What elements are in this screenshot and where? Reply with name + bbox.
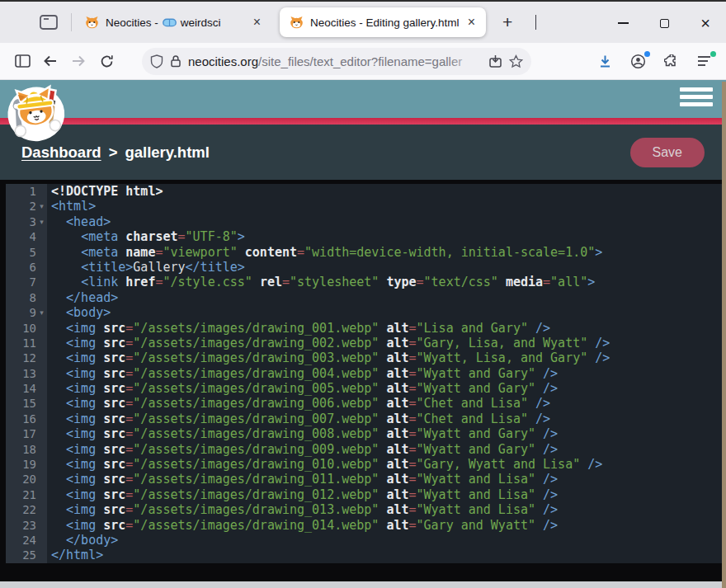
code-line[interactable]: <img src="/assets/images/drawing_010.web… <box>51 457 726 472</box>
code-line[interactable]: <html> <box>51 199 726 214</box>
gutter-row: 17 <box>6 426 47 441</box>
minimize-icon <box>618 22 629 24</box>
save-page-icon[interactable] <box>488 54 502 68</box>
code-line[interactable]: <img src="/assets/images/drawing_001.web… <box>51 321 726 336</box>
maximize-button[interactable] <box>644 2 685 45</box>
new-tab-button[interactable]: + <box>497 12 517 32</box>
vertical-scrollbar[interactable] <box>722 82 726 588</box>
line-number: 5 <box>6 245 36 260</box>
gutter-row: 11 <box>6 336 47 350</box>
shield-icon[interactable] <box>150 54 163 68</box>
tab-weirdsci[interactable]: Neocities - weirdsci × <box>75 7 271 37</box>
line-number: 25 <box>6 548 36 562</box>
code-line[interactable]: <head> <box>51 214 726 229</box>
code-line[interactable]: <img src="/assets/images/drawing_002.web… <box>51 336 726 350</box>
extensions-button[interactable] <box>657 49 685 73</box>
url-bar[interactable]: neocities.org /site_files/text_editor?fi… <box>142 48 531 75</box>
tab-title-text: Neocities - <box>106 16 158 29</box>
line-number: 13 <box>6 366 36 381</box>
tab-title: Neocities - weirdsci <box>106 16 244 29</box>
tab-title: Neocities - Editing gallery.html <box>310 16 459 29</box>
code-line[interactable]: <img src="/assets/images/drawing_014.web… <box>51 518 726 533</box>
site-menu-button[interactable] <box>680 87 713 106</box>
forward-arrow-icon <box>71 54 86 68</box>
code-line[interactable]: <img src="/assets/images/drawing_009.web… <box>51 442 726 457</box>
code-line[interactable]: <body> <box>51 305 726 320</box>
maximize-icon <box>660 19 669 28</box>
account-button[interactable] <box>624 49 652 73</box>
browser-toolbar: neocities.org /site_files/text_editor?fi… <box>0 43 726 80</box>
code-editor[interactable]: 12▾3▾456789▾1011121314151617181920212223… <box>0 180 726 581</box>
line-number: 18 <box>6 442 36 457</box>
code-line[interactable]: <img src="/assets/images/drawing_013.web… <box>51 502 726 517</box>
chevron-down-icon <box>535 15 536 30</box>
downloads-button[interactable] <box>591 49 619 73</box>
code-lines[interactable]: <!DOCTYPE html><html> <head> <meta chars… <box>47 184 726 563</box>
line-number: 14 <box>6 381 36 396</box>
gutter-row: 25 <box>6 548 47 562</box>
code-line[interactable]: <img src="/assets/images/drawing_007.web… <box>51 412 726 426</box>
reload-button[interactable] <box>92 49 120 73</box>
line-number: 12 <box>6 350 36 365</box>
fold-arrow-icon[interactable]: ▾ <box>36 199 47 214</box>
line-number: 24 <box>6 533 36 548</box>
minimize-button[interactable] <box>602 2 644 45</box>
code-line[interactable]: <meta name="viewport" content="width=dev… <box>51 245 726 260</box>
tab-close-icon[interactable]: × <box>251 16 263 29</box>
code-line[interactable]: <title>Gallery</title> <box>51 260 726 275</box>
lock-icon[interactable] <box>170 54 182 68</box>
gutter-row: 12 <box>6 350 47 365</box>
gutter-row: 14 <box>6 381 47 396</box>
sidebar-toggle-button[interactable] <box>8 49 36 73</box>
close-button[interactable]: × <box>685 2 726 45</box>
neocities-favicon <box>85 16 99 29</box>
line-number: 20 <box>6 472 36 487</box>
list-tabs-button[interactable] <box>530 10 541 35</box>
app-menu-button[interactable] <box>690 49 718 73</box>
line-number: 1 <box>6 184 36 199</box>
tab-close-icon[interactable]: × <box>465 16 478 29</box>
reload-icon <box>100 54 114 68</box>
gutter-row: 1 <box>6 184 47 199</box>
gutter-row: 8 <box>6 290 47 305</box>
gutter-row: 22 <box>6 502 47 517</box>
firefox-view-button[interactable] <box>35 8 63 36</box>
horizontal-scrollbar[interactable] <box>0 581 726 588</box>
tab-editing-gallery[interactable]: Neocities - Editing gallery.html × <box>280 7 486 37</box>
bookmark-star-icon[interactable] <box>509 54 523 68</box>
neocities-cat-logo[interactable] <box>2 82 71 149</box>
code-line[interactable]: </head> <box>51 290 726 305</box>
code-line[interactable]: <img src="/assets/images/drawing_004.web… <box>51 366 726 381</box>
gutter-row: 7 <box>6 275 47 289</box>
line-number: 2 <box>6 199 36 214</box>
code-line[interactable]: <img src="/assets/images/drawing_012.web… <box>51 487 726 502</box>
forward-button[interactable] <box>64 49 92 73</box>
code-line[interactable]: <!DOCTYPE html> <box>51 184 726 199</box>
gutter-row: 9▾ <box>6 305 47 320</box>
codemirror[interactable]: 12▾3▾456789▾1011121314151617181920212223… <box>6 184 726 563</box>
code-line[interactable]: <img src="/assets/images/drawing_008.web… <box>51 426 726 441</box>
toolbar-right-icons <box>591 49 718 73</box>
code-line[interactable]: </html> <box>51 548 726 562</box>
gutter-row: 2▾ <box>6 199 47 214</box>
tab-title-text: Neocities - Editing gallery.html <box>310 16 459 29</box>
download-icon <box>598 54 612 68</box>
code-line[interactable]: <img src="/assets/images/drawing_006.web… <box>51 396 726 411</box>
gutter-row: 10 <box>6 321 47 336</box>
line-number: 15 <box>6 396 36 411</box>
gutter-row: 19 <box>6 457 47 472</box>
save-button[interactable]: Save <box>630 138 705 167</box>
fold-arrow-icon[interactable]: ▾ <box>36 305 47 320</box>
code-line[interactable]: </body> <box>51 533 726 548</box>
fold-arrow-icon[interactable]: ▾ <box>36 214 47 229</box>
url-text[interactable]: neocities.org /site_files/text_editor?fi… <box>188 54 482 68</box>
line-number: 7 <box>6 275 36 289</box>
code-line[interactable]: <img src="/assets/images/drawing_005.web… <box>51 381 726 396</box>
line-number: 16 <box>6 412 36 426</box>
code-line[interactable]: <img src="/assets/images/drawing_003.web… <box>51 350 726 365</box>
code-line[interactable]: <link href="/style.css" rel="stylesheet"… <box>51 275 726 289</box>
line-number: 23 <box>6 518 36 533</box>
code-line[interactable]: <meta charset="UTF-8"> <box>51 229 726 244</box>
back-button[interactable] <box>36 49 64 73</box>
code-line[interactable]: <img src="/assets/images/drawing_011.web… <box>51 472 726 487</box>
